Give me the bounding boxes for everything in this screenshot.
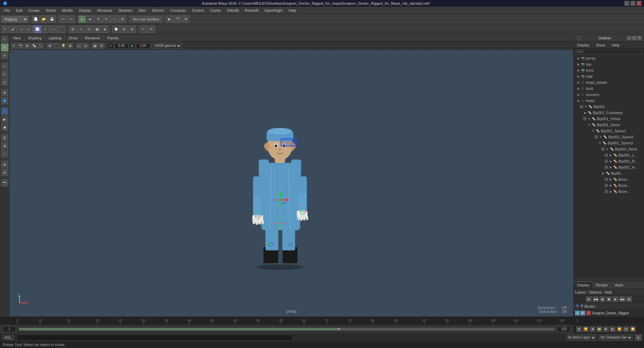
move-btn[interactable]: ✛: [95, 15, 102, 23]
tree-item-bodi[interactable]: ▶ ⬡ bodi: [574, 85, 644, 92]
outliner-maximize[interactable]: □: [632, 36, 636, 40]
ch-btn7[interactable]: ⏭: [627, 297, 632, 302]
tree-item-bip-h[interactable]: ▶ 🦴 Bip001_H...: [574, 164, 644, 170]
snap-curve[interactable]: ∿: [77, 26, 84, 33]
expand-spine[interactable]: ▼: [587, 123, 591, 127]
pb-prev-frame[interactable]: ◀: [590, 326, 595, 332]
vp-isolate-btn[interactable]: ◎: [83, 43, 89, 49]
tree-item-footsteps[interactable]: ▶ 🦴 Bip001_Footsteps: [574, 110, 644, 116]
ch-v-checkbox[interactable]: V: [575, 311, 580, 315]
render-settings-btn[interactable]: ⚙: [182, 15, 189, 23]
char-set-select[interactable]: No Character Set: [599, 335, 633, 341]
param-btn[interactable]: ⊕: [120, 26, 128, 33]
outliner-menu-show[interactable]: Show: [594, 42, 607, 48]
tree-item-spine[interactable]: ▼ 🦴 Bip001_Spine: [574, 122, 644, 128]
vp-solid-btn[interactable]: ■: [47, 43, 53, 49]
tree-item-bip-l[interactable]: ▶ 🦴 Bip001_L...: [574, 152, 644, 158]
mode-select[interactable]: Rigging: [1, 16, 28, 23]
outliner-tree[interactable]: ▶ 📷 persp ▶ 📷 top ▶ 📷 front: [574, 55, 644, 278]
tree-item-bone1[interactable]: ▶ 🦴 Bone...: [574, 176, 644, 182]
playblast-btn[interactable]: ⏺: [1, 124, 8, 131]
anim-key-btn[interactable]: ⬦: [1, 107, 8, 115]
vp-grid-btn[interactable]: ⊞: [24, 43, 30, 49]
outliner-hscroll[interactable]: [574, 278, 644, 281]
tree-item-bone2[interactable]: ▶ 🦴 Bone...: [574, 182, 644, 188]
component-face[interactable]: ⬛: [58, 26, 65, 33]
vp-light-btn[interactable]: 💡: [60, 43, 66, 49]
expand-footsteps[interactable]: ▶: [583, 111, 587, 114]
tree-item-spine1[interactable]: ▼ 🦴 Bip001_Spine1: [574, 128, 644, 134]
pb-go-end[interactable]: ⏭: [623, 326, 629, 332]
menu-create[interactable]: Create: [26, 8, 42, 13]
redo-btn[interactable]: ↪: [67, 15, 75, 23]
expand-biph[interactable]: ▶: [609, 166, 613, 169]
vp-resolution-btn[interactable]: ▦: [92, 43, 98, 49]
vp-camera-btn[interactable]: 📷: [17, 43, 24, 49]
snap-btn[interactable]: ⊞: [1, 89, 8, 96]
tree-item-head-details[interactable]: ▶ ⬡ head_details: [574, 79, 644, 85]
render-btn[interactable]: ▶: [166, 15, 173, 23]
range-right-handle[interactable]: [337, 328, 340, 330]
component-vert[interactable]: •: [42, 26, 49, 33]
expand-persp[interactable]: ▶: [576, 57, 580, 60]
ch-btn1[interactable]: ⏮: [586, 297, 592, 302]
expand-bodi[interactable]: ▶: [576, 87, 580, 90]
menu-display[interactable]: Display: [76, 8, 94, 13]
expand-bone1[interactable]: ▶: [609, 178, 613, 181]
expand-head-details[interactable]: ▶: [576, 81, 580, 84]
ch-btn2[interactable]: ◀◀: [593, 297, 598, 302]
open-scene-btn[interactable]: 📂: [40, 15, 47, 23]
mel-settings-btn[interactable]: ⚙: [635, 335, 641, 341]
pb-play-forward[interactable]: ▶: [603, 326, 609, 332]
undo-btn[interactable]: ↩: [59, 15, 67, 23]
minimize-button[interactable]: —: [624, 1, 629, 6]
timeline-ruler[interactable]: 5 10 15 20 25 30 35 40 45 50 5: [0, 317, 573, 325]
expand-pelvis[interactable]: ▼: [587, 117, 591, 120]
vp-aa-btn[interactable]: ⊕: [99, 43, 105, 49]
menu-openflight[interactable]: OpenFlight: [262, 8, 285, 13]
vp-iso-btn[interactable]: ▷: [76, 43, 82, 49]
tree-item-bip-r[interactable]: ▶ 🦴 Bip001_R...: [574, 158, 644, 164]
rotate-tool-btn[interactable]: ↻: [1, 44, 8, 51]
menu-edit[interactable]: Edit: [13, 8, 25, 13]
tree-item-persp[interactable]: ▶ 📷 persp: [574, 55, 644, 61]
render-view-btn[interactable]: ▶: [1, 115, 8, 123]
expand-bone3[interactable]: ▶: [609, 190, 613, 193]
vp-menu-shading[interactable]: Shading: [26, 35, 43, 41]
save-scene-btn[interactable]: 💾: [48, 15, 56, 23]
menu-cache[interactable]: Cache: [207, 8, 223, 13]
snap-surface[interactable]: ◈: [101, 26, 109, 33]
ch-btn6[interactable]: ▶▶: [620, 297, 625, 302]
ch-btn5[interactable]: ▶: [613, 297, 618, 302]
select-btn[interactable]: ▸: [78, 15, 86, 23]
ipr-btn[interactable]: 🎬: [174, 15, 181, 23]
tree-item-bip00[interactable]: ▶ 🦴 Bip00...: [574, 170, 644, 176]
vp-number2[interactable]: 1.00: [136, 43, 150, 48]
tab-render[interactable]: Render: [593, 281, 611, 288]
tool2[interactable]: ▷: [26, 26, 33, 33]
outliner-minimize[interactable]: —: [627, 36, 631, 40]
tree-item-trousers[interactable]: ▶ ⬡ trousers: [574, 92, 644, 98]
menu-constrain[interactable]: Constrain: [168, 8, 189, 13]
anim-layer-btn2[interactable]: ♪: [1, 150, 8, 158]
expand-front[interactable]: ▶: [576, 69, 580, 72]
expand-bone2[interactable]: ▶: [609, 184, 613, 187]
polygon-btn[interactable]: ⬡: [1, 70, 8, 78]
vp-ik-btn[interactable]: 🦴: [31, 43, 37, 49]
vp-number1[interactable]: 0.00: [114, 43, 129, 48]
menu-skin[interactable]: Skin: [136, 8, 148, 13]
cross-btn[interactable]: ✕: [148, 26, 155, 33]
pb-step-forward[interactable]: ⏩: [617, 326, 622, 332]
menu-windows[interactable]: Windows: [95, 8, 115, 13]
menu-3dtoall[interactable]: 3DtoAll: [224, 8, 241, 13]
ch-btn3[interactable]: ◀: [600, 297, 605, 302]
outliner-search-input[interactable]: [575, 49, 643, 55]
no-live-surface-btn[interactable]: No Live Surface: [130, 16, 162, 23]
ch-btn4[interactable]: ⏺: [606, 297, 612, 302]
hypershade-btn[interactable]: ◈: [1, 161, 8, 168]
select-tool-btn[interactable]: ↖: [1, 36, 8, 43]
tree-item-spine2[interactable]: ▼ 🦴 Bip001_Spine2: [574, 134, 644, 140]
move-tool-btn[interactable]: ✛: [1, 52, 8, 59]
tree-item-side[interactable]: ▶ 📷 side: [574, 73, 644, 79]
snap-view[interactable]: ▦: [93, 26, 101, 33]
